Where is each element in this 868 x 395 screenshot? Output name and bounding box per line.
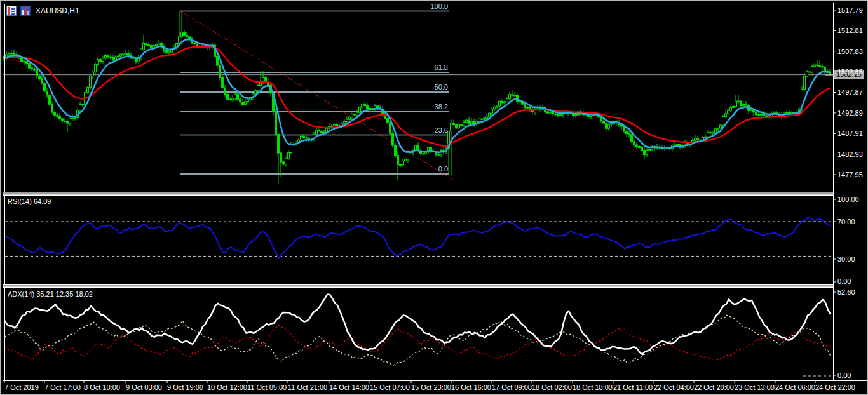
candle — [237, 94, 239, 99]
candle — [224, 88, 226, 94]
candle — [628, 134, 630, 135]
price-tick-label: 1482.93 — [837, 151, 863, 158]
candle — [316, 130, 318, 134]
candle — [97, 60, 99, 65]
price-tick-label: 1497.87 — [837, 88, 863, 96]
candle — [242, 102, 244, 105]
candle — [280, 153, 282, 162]
candle — [715, 129, 717, 133]
candle — [72, 118, 74, 119]
candle — [255, 91, 257, 94]
candle — [194, 43, 196, 44]
candle — [631, 135, 633, 142]
panel-separator-adx[interactable] — [3, 284, 833, 288]
adx-plot[interactable] — [3, 288, 832, 377]
candle — [478, 119, 480, 121]
time-tick-label: 23 Oct 13:00 — [735, 384, 775, 391]
candle — [458, 124, 460, 128]
fib-level-label: 61.8 — [435, 64, 448, 71]
candle — [90, 76, 92, 87]
time-tick-label: 14 Oct 14:00 — [329, 384, 369, 391]
candle — [184, 32, 186, 36]
candle — [758, 115, 760, 116]
candle — [677, 145, 679, 145]
candle — [234, 94, 236, 98]
chart-canvas — [1, 1, 868, 395]
panel-separator-rsi[interactable] — [3, 192, 833, 196]
candle — [346, 119, 348, 121]
candle — [712, 133, 714, 133]
candle — [468, 120, 470, 124]
main-chart-plot[interactable] — [3, 4, 832, 191]
chart-icon[interactable] — [20, 6, 31, 16]
candle — [750, 110, 752, 110]
time-tick-label: 16 Oct 16:00 — [451, 384, 491, 391]
candle — [334, 124, 336, 126]
candle — [547, 112, 549, 113]
candle — [257, 86, 259, 91]
candle — [636, 145, 638, 147]
time-tick-label: 9 Oct 19:00 — [167, 384, 203, 391]
price-tick-label: 1507.83 — [837, 48, 863, 55]
candle — [112, 57, 114, 60]
candle — [728, 110, 729, 114]
price-tick-label: 1477.95 — [837, 171, 863, 178]
candle — [697, 138, 699, 140]
candle — [397, 156, 399, 165]
candle — [738, 101, 740, 102]
candle — [626, 131, 628, 134]
candle — [110, 57, 112, 57]
candle — [817, 65, 818, 65]
candle — [524, 104, 526, 107]
candle — [146, 44, 147, 45]
candle — [725, 114, 727, 117]
candle — [344, 122, 346, 124]
candle — [400, 165, 402, 166]
candle — [822, 67, 824, 67]
time-tick-label: 22 Oct 20:00 — [694, 384, 734, 391]
time-tick-label: 18 Oct 18:00 — [573, 384, 613, 391]
candle — [118, 56, 119, 57]
price-tick-label: 1512.81 — [837, 27, 863, 34]
time-tick-label: 7 Oct 2019 — [4, 384, 39, 391]
candle — [265, 78, 267, 82]
fib-level-label: 50.0 — [435, 84, 448, 91]
time-tick-label: 17 Oct 09:00 — [492, 384, 532, 391]
candle — [196, 44, 198, 46]
candle — [491, 109, 493, 113]
candle — [156, 44, 158, 46]
candle — [11, 53, 13, 54]
rsi-plot[interactable] — [3, 196, 832, 283]
candle — [217, 56, 219, 65]
candle — [634, 142, 635, 145]
candle — [456, 125, 458, 128]
price-tick-label: 1502.85 — [837, 68, 863, 76]
candle — [603, 121, 605, 124]
candle — [504, 102, 506, 103]
candle — [283, 162, 285, 164]
adx-label: ADX(14) 35.21 12.35 18.02 — [8, 290, 93, 298]
candle — [364, 104, 366, 106]
candle — [519, 102, 521, 102]
candle — [735, 101, 737, 106]
candle — [362, 104, 363, 107]
grid-icon[interactable] — [6, 6, 17, 16]
candle — [354, 114, 356, 115]
rsi-label: RSI(14) 64.09 — [8, 198, 51, 205]
candle — [260, 83, 262, 86]
candle — [79, 105, 81, 110]
candle — [229, 99, 231, 100]
candle — [222, 77, 224, 88]
candle — [756, 112, 757, 115]
adx-scale-bottom-label: 0.00 — [837, 372, 851, 379]
candle — [392, 133, 394, 145]
candle — [473, 121, 475, 124]
candle — [189, 37, 191, 39]
symbol-label: XAUUSD,H1 — [36, 7, 79, 15]
candle — [367, 106, 369, 109]
candle — [733, 107, 735, 108]
candle — [39, 76, 41, 78]
fib-level-label: 0.0 — [438, 166, 448, 173]
candle — [514, 95, 516, 96]
time-tick-label: 9 Oct 03:00 — [126, 384, 162, 391]
